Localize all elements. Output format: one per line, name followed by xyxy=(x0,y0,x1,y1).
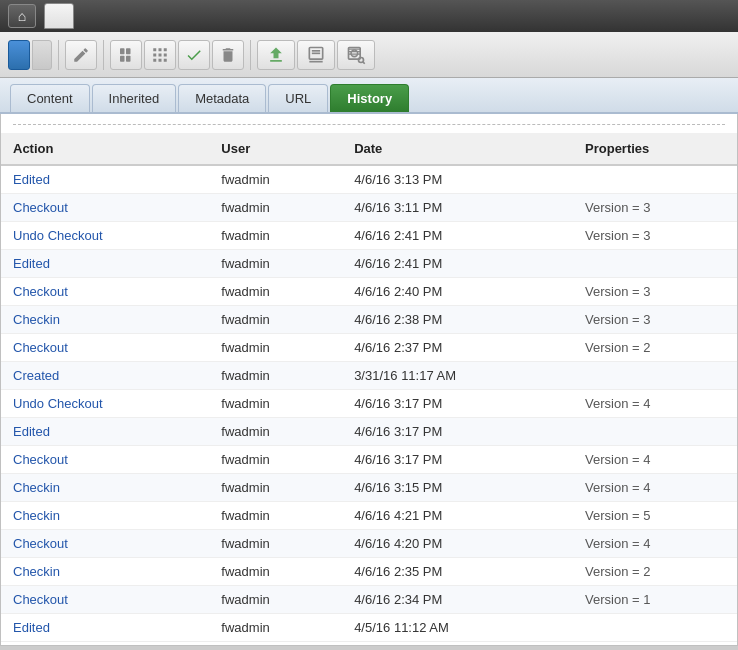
table-row: Checkoutfwadmin4/6/16 2:34 PMVersion = 1 xyxy=(1,586,737,614)
table-row: Editedfwadmin4/6/16 3:17 PM xyxy=(1,418,737,446)
user-cell: fwadmin xyxy=(209,586,342,614)
svg-rect-7 xyxy=(153,53,156,56)
action-cell[interactable]: Checkout xyxy=(1,278,209,306)
svg-rect-8 xyxy=(159,53,162,56)
properties-cell: Version = 3 xyxy=(573,306,737,334)
action-cell[interactable]: Edited xyxy=(1,165,209,194)
svg-rect-10 xyxy=(153,58,156,61)
tab-metadata[interactable]: Metadata xyxy=(178,84,266,112)
action-cell[interactable]: Checkout xyxy=(1,194,209,222)
svg-rect-11 xyxy=(159,58,162,61)
col-header-properties: Properties xyxy=(573,133,737,165)
user-cell: fwadmin xyxy=(209,278,342,306)
view-group xyxy=(110,40,251,70)
search-button[interactable] xyxy=(337,40,375,70)
date-cell: 4/6/16 3:15 PM xyxy=(342,474,573,502)
properties-cell: Version = 3 xyxy=(573,278,737,306)
properties-cell xyxy=(573,250,737,278)
table-row: Checkinfwadmin4/6/16 4:21 PMVersion = 5 xyxy=(1,502,737,530)
date-cell: 4/6/16 3:17 PM xyxy=(342,418,573,446)
action-cell[interactable]: Undo Checkout xyxy=(1,222,209,250)
pencil-button[interactable] xyxy=(65,40,97,70)
table-row: Editedfwadmin4/6/16 3:13 PM xyxy=(1,165,737,194)
action-cell[interactable]: Edited xyxy=(1,614,209,642)
properties-cell: Version = 2 xyxy=(573,334,737,362)
date-cell: 4/5/16 11:12 AM xyxy=(342,614,573,642)
date-cell: 4/6/16 3:11 PM xyxy=(342,194,573,222)
properties-cell: Version = 4 xyxy=(573,390,737,418)
svg-rect-5 xyxy=(159,48,162,51)
pages-icon xyxy=(117,46,135,64)
check-button[interactable] xyxy=(178,40,210,70)
date-cell: 4/6/16 2:34 PM xyxy=(342,586,573,614)
grid-button[interactable] xyxy=(144,40,176,70)
tabs-bar: Content Inherited Metadata URL History xyxy=(0,78,738,114)
properties-cell: Version = 4 xyxy=(573,446,737,474)
tab-inherited[interactable]: Inherited xyxy=(92,84,177,112)
properties-cell: Version = 5 xyxy=(573,502,737,530)
action-cell[interactable]: Edited xyxy=(1,250,209,278)
col-header-action: Action xyxy=(1,133,209,165)
properties-cell: Version = 4 xyxy=(573,530,737,558)
download-button[interactable] xyxy=(297,40,335,70)
user-cell: fwadmin xyxy=(209,446,342,474)
home-button[interactable]: ⌂ xyxy=(8,4,36,28)
properties-cell xyxy=(573,418,737,446)
svg-rect-9 xyxy=(164,53,167,56)
action-cell[interactable]: Checkout xyxy=(1,586,209,614)
pencil-icon xyxy=(72,46,90,64)
date-cell: 4/6/16 2:38 PM xyxy=(342,306,573,334)
table-row: Createdfwadmin3/31/16 11:17 AM xyxy=(1,362,737,390)
table-row: Checkoutfwadmin4/6/16 2:37 PMVersion = 2 xyxy=(1,334,737,362)
date-cell: 3/31/16 11:17 AM xyxy=(342,362,573,390)
svg-rect-0 xyxy=(120,48,125,54)
toolbar xyxy=(0,32,738,78)
svg-point-18 xyxy=(351,50,358,57)
window-tab[interactable] xyxy=(44,3,74,29)
svg-rect-12 xyxy=(164,58,167,61)
svg-rect-3 xyxy=(126,55,131,61)
properties-cell: Version = 3 xyxy=(573,222,737,250)
date-cell: 4/6/16 3:13 PM xyxy=(342,165,573,194)
action-cell[interactable]: Checkin xyxy=(1,474,209,502)
table-row: Undo Checkoutfwadmin4/6/16 3:17 PMVersio… xyxy=(1,390,737,418)
properties-cell xyxy=(573,165,737,194)
history-table: Action User Date Properties Editedfwadmi… xyxy=(1,133,737,642)
col-header-date: Date xyxy=(342,133,573,165)
user-cell: fwadmin xyxy=(209,334,342,362)
user-cell: fwadmin xyxy=(209,418,342,446)
form-toggle-button[interactable] xyxy=(32,40,52,70)
action-cell[interactable]: Undo Checkout xyxy=(1,390,209,418)
tab-url[interactable]: URL xyxy=(268,84,328,112)
action-cell[interactable]: Checkin xyxy=(1,306,209,334)
action-cell[interactable]: Edited xyxy=(1,418,209,446)
col-header-user: User xyxy=(209,133,342,165)
table-row: Checkoutfwadmin4/6/16 3:11 PMVersion = 3 xyxy=(1,194,737,222)
table-row: Checkinfwadmin4/6/16 3:15 PMVersion = 4 xyxy=(1,474,737,502)
table-row: Editedfwadmin4/6/16 2:41 PM xyxy=(1,250,737,278)
table-row: Checkoutfwadmin4/6/16 4:20 PMVersion = 4 xyxy=(1,530,737,558)
user-cell: fwadmin xyxy=(209,530,342,558)
grid-icon xyxy=(151,46,169,64)
action-cell[interactable]: Checkin xyxy=(1,558,209,586)
action-cell[interactable]: Checkin xyxy=(1,502,209,530)
date-cell: 4/6/16 3:17 PM xyxy=(342,390,573,418)
action-cell[interactable]: Checkout xyxy=(1,334,209,362)
date-cell: 4/6/16 4:21 PM xyxy=(342,502,573,530)
upload-icon xyxy=(266,45,286,65)
action-cell[interactable]: Created xyxy=(1,362,209,390)
tab-content[interactable]: Content xyxy=(10,84,90,112)
pages-button[interactable] xyxy=(110,40,142,70)
table-row: Checkoutfwadmin4/6/16 2:40 PMVersion = 3 xyxy=(1,278,737,306)
upload-button[interactable] xyxy=(257,40,295,70)
table-row: Undo Checkoutfwadmin4/6/16 2:41 PMVersio… xyxy=(1,222,737,250)
form-button[interactable] xyxy=(8,40,30,70)
user-cell: fwadmin xyxy=(209,306,342,334)
trash-button[interactable] xyxy=(212,40,244,70)
date-cell: 4/6/16 2:41 PM xyxy=(342,250,573,278)
action-cell[interactable]: Checkout xyxy=(1,446,209,474)
properties-cell xyxy=(573,614,737,642)
user-cell: fwadmin xyxy=(209,222,342,250)
tab-history[interactable]: History xyxy=(330,84,409,112)
action-cell[interactable]: Checkout xyxy=(1,530,209,558)
